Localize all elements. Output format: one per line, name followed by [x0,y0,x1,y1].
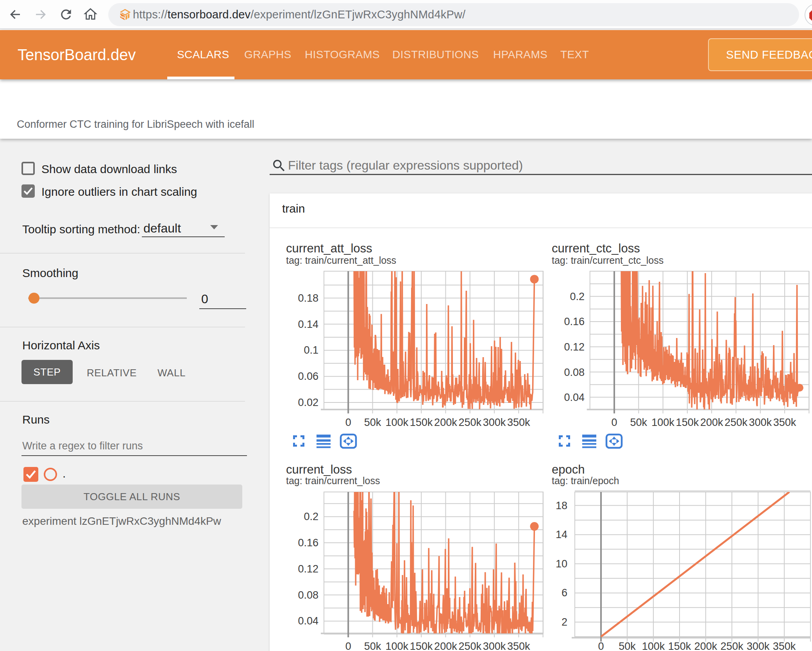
svg-text:150k: 150k [676,417,699,428]
svg-text:0.12: 0.12 [298,563,318,575]
svg-text:2: 2 [562,616,567,628]
svg-text:100k: 100k [651,417,674,428]
svg-text:200k: 200k [434,640,457,651]
svg-text:350k: 350k [773,640,796,651]
svg-text:0.02: 0.02 [298,397,318,408]
svg-text:250k: 250k [721,640,744,651]
svg-text:0.04: 0.04 [564,392,585,403]
svg-text:250k: 250k [724,417,748,428]
svg-text:300k: 300k [747,640,770,651]
svg-text:50k: 50k [364,417,381,428]
svg-text:350k: 350k [773,417,796,428]
svg-text:0.08: 0.08 [298,589,318,601]
svg-text:0.1: 0.1 [304,344,318,356]
svg-text:200k: 200k [694,640,717,651]
svg-text:100k: 100k [386,640,409,651]
svg-text:0.16: 0.16 [564,316,585,327]
svg-text:300k: 300k [483,417,506,428]
svg-text:10: 10 [556,558,567,570]
svg-text:6: 6 [562,587,567,599]
svg-text:0.06: 0.06 [298,370,318,382]
svg-text:50k: 50k [619,640,636,651]
svg-text:0: 0 [345,417,351,428]
svg-text:250k: 250k [458,417,481,428]
svg-text:0.16: 0.16 [298,537,318,549]
svg-text:14: 14 [556,529,567,540]
svg-text:0: 0 [345,640,351,651]
svg-text:0: 0 [598,640,604,651]
svg-text:0: 0 [611,417,617,428]
svg-text:100k: 100k [386,417,409,428]
svg-text:350k: 350k [507,417,530,428]
svg-text:200k: 200k [434,417,457,428]
svg-text:50k: 50k [364,640,381,651]
svg-text:300k: 300k [749,417,772,428]
svg-text:250k: 250k [458,640,481,651]
svg-text:350k: 350k [507,640,530,651]
svg-text:150k: 150k [410,640,433,651]
svg-text:150k: 150k [668,640,691,651]
svg-text:0.04: 0.04 [298,615,318,627]
svg-text:150k: 150k [410,417,433,428]
svg-text:100k: 100k [642,640,665,651]
svg-text:0.2: 0.2 [304,511,318,522]
svg-text:50k: 50k [630,417,647,428]
svg-text:0.12: 0.12 [564,341,585,353]
svg-text:300k: 300k [483,640,506,651]
svg-text:200k: 200k [700,417,723,428]
svg-text:0.08: 0.08 [564,367,585,378]
svg-text:0.18: 0.18 [298,292,318,304]
svg-text:18: 18 [556,500,567,512]
svg-text:0.2: 0.2 [570,291,585,302]
svg-text:0.14: 0.14 [298,318,318,330]
